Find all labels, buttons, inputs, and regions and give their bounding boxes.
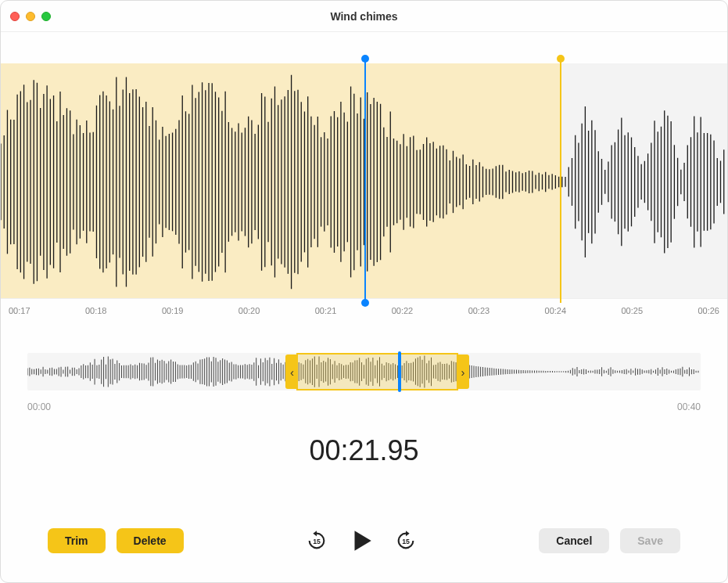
chevron-right-icon: › [461,365,465,379]
svg-text:15: 15 [313,538,321,545]
svg-marker-522 [354,531,371,551]
skip-back-15-button[interactable]: 15 [301,525,332,556]
time-tick: 00:17 [9,306,30,315]
time-tick: 00:18 [85,306,107,315]
time-tick: 00:25 [622,306,644,315]
skip-forward-15-button[interactable]: 15 [390,525,421,556]
chevron-left-icon: ‹ [290,365,294,379]
delete-button[interactable]: Delete [117,528,184,553]
trim-handle-left[interactable]: ‹ [285,354,298,389]
main-waveform-area[interactable] [1,63,727,298]
playhead[interactable] [364,59,366,303]
titlebar: Wind chimes [1,1,727,32]
time-tick: 00:22 [392,306,414,315]
time-tick: 00:19 [162,306,184,315]
skip-forward-15-icon: 15 [395,530,417,552]
window-controls [10,12,51,21]
skip-back-15-icon: 15 [306,530,328,552]
overview-waveform-area[interactable]: ‹ › [27,353,701,390]
close-button[interactable] [10,12,20,21]
trim-selection[interactable]: ‹ › [296,353,458,390]
overview-end-time: 00:40 [677,401,701,412]
time-tick: 00:26 [698,306,719,315]
overview-start-time: 00:00 [27,401,51,412]
time-tick: 00:21 [315,306,337,315]
window-title: Wind chimes [1,10,727,23]
edit-controls: Trim Delete 15 15 [1,504,727,582]
voice-memo-edit-window: Wind chimes 00:17 00:18 00:19 00:20 00:2… [0,0,728,583]
play-button[interactable] [343,523,379,559]
save-button[interactable]: Save [620,528,680,553]
trim-button[interactable]: Trim [48,528,106,553]
cancel-button[interactable]: Cancel [539,528,609,553]
time-tick: 00:20 [238,306,260,315]
minimize-button[interactable] [26,12,35,21]
overview-time-labels: 00:00 00:40 [27,401,701,412]
svg-marker-520 [313,531,317,536]
svg-marker-523 [406,531,410,536]
play-icon [348,527,375,554]
svg-text:15: 15 [402,538,410,545]
current-timecode: 00:21.95 [1,434,727,467]
zoom-button[interactable] [41,12,51,21]
overview-playhead[interactable] [398,351,401,392]
trim-handle-right[interactable]: › [457,354,469,389]
time-tick: 00:24 [545,306,567,315]
time-tick: 00:23 [468,306,490,315]
selection-end-marker[interactable] [560,59,561,303]
